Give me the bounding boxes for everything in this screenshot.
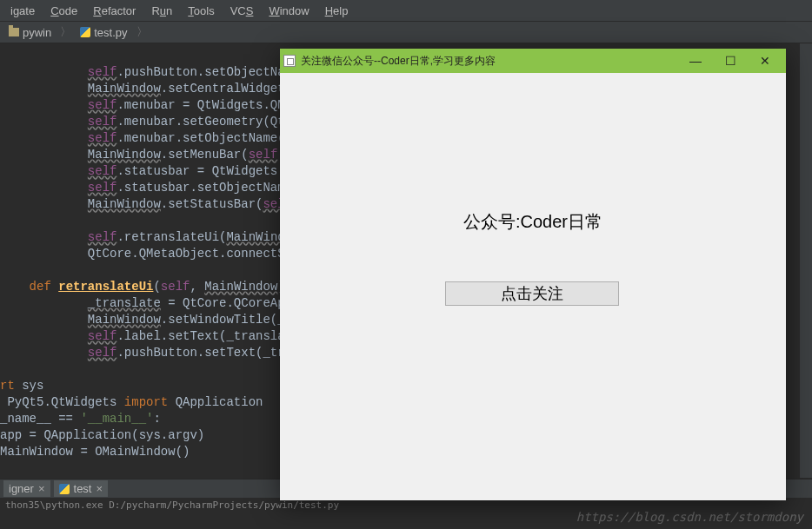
maximize-button[interactable]: ☐ xyxy=(713,49,748,73)
main-menu-bar: igate Code Refactor Run Tools VCS Window… xyxy=(0,0,812,21)
app-label: 公众号:Coder日常 xyxy=(280,210,786,234)
menu-refactor[interactable]: Refactor xyxy=(86,3,143,19)
menu-vcs[interactable]: VCS xyxy=(223,3,261,19)
breadcrumb-folder-label: pywin xyxy=(23,26,51,39)
menu-help[interactable]: Help xyxy=(318,3,356,19)
minimize-button[interactable]: — xyxy=(678,49,713,73)
breadcrumb-separator: 〉 xyxy=(136,24,148,40)
status-text: thon35\python.exe D:/pycharm/PycharmProj… xyxy=(5,499,339,511)
close-button[interactable]: ✕ xyxy=(748,49,782,73)
follow-button[interactable]: 点击关注 xyxy=(445,281,619,306)
tab-label: test xyxy=(74,482,92,495)
menu-run[interactable]: Run xyxy=(144,3,179,19)
watermark-text: https://blog.csdn.net/stormdony xyxy=(576,510,803,524)
breadcrumb-separator: 〉 xyxy=(60,24,71,40)
titlebar[interactable]: 关注微信公众号--Coder日常,学习更多内容 — ☐ ✕ xyxy=(280,49,786,73)
python-file-icon xyxy=(59,484,70,494)
app-icon xyxy=(283,55,296,67)
window-title: 关注微信公众号--Coder日常,学习更多内容 xyxy=(301,54,496,69)
close-icon[interactable]: × xyxy=(96,482,103,495)
editor-scrollbar[interactable] xyxy=(800,43,812,478)
breadcrumb-folder[interactable]: pywin xyxy=(5,25,55,40)
menu-window[interactable]: Window xyxy=(262,3,316,19)
python-app-window: 关注微信公众号--Coder日常,学习更多内容 — ☐ ✕ 公众号:Coder日… xyxy=(280,49,786,500)
python-file-icon xyxy=(80,27,90,37)
close-icon[interactable]: × xyxy=(38,482,45,495)
breadcrumb-bar: pywin 〉 test.py 〉 xyxy=(0,21,812,43)
tab-test[interactable]: test × xyxy=(54,480,109,497)
menu-tools[interactable]: Tools xyxy=(181,3,221,19)
breadcrumb-file-label: test.py xyxy=(94,26,127,39)
menu-navigate[interactable]: igate xyxy=(3,3,42,19)
breadcrumb-file[interactable]: test.py xyxy=(77,25,130,40)
app-body: 公众号:Coder日常 点击关注 xyxy=(280,73,786,500)
tab-label: igner xyxy=(9,482,34,495)
folder-icon xyxy=(9,28,19,36)
menu-code[interactable]: Code xyxy=(43,3,84,19)
tab-designer[interactable]: igner × xyxy=(3,480,50,497)
